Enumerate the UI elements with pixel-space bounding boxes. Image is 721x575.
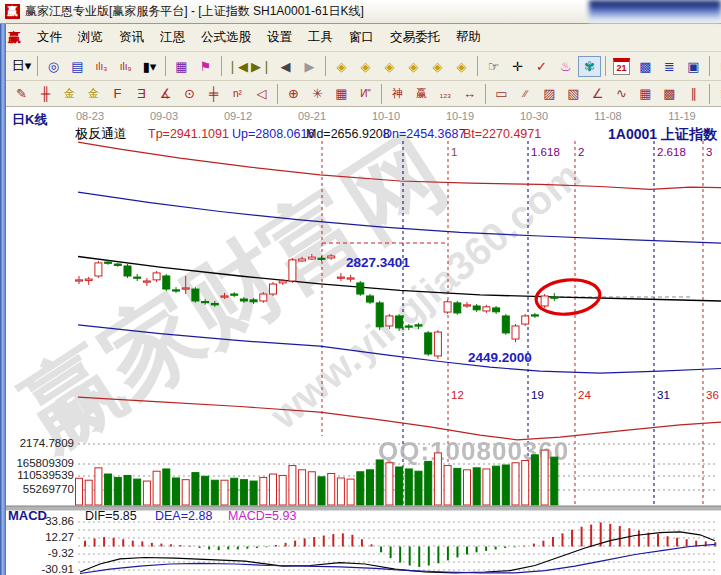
toolbar-separator	[605, 56, 606, 76]
diamond-shrink-x-icon[interactable]: ◈	[330, 56, 353, 77]
svg-text:55269770: 55269770	[23, 483, 74, 495]
menu-browse[interactable]: 浏览	[70, 26, 111, 49]
candle-type-dropdown[interactable]: ▮▾	[138, 56, 161, 77]
background-window	[589, 0, 721, 23]
qq-watermark: QQ:100800360	[378, 436, 569, 466]
last-page-button[interactable]: ▶❘	[250, 56, 273, 77]
menu-tools[interactable]: 工具	[300, 26, 341, 49]
next-bar-button[interactable]: ▶	[298, 56, 321, 77]
menu-news[interactable]: 资讯	[111, 26, 152, 49]
ying-tool-icon[interactable]: 赢	[410, 83, 433, 104]
grid-small-icon[interactable]: ▦	[634, 83, 657, 104]
svg-text:3: 3	[706, 146, 712, 158]
svg-text:36: 36	[706, 389, 719, 401]
picker-tool[interactable]: ✓	[530, 56, 553, 77]
svg-text:2: 2	[578, 146, 584, 158]
gold-ruler-2-icon[interactable]: 金	[82, 83, 105, 104]
overlay-chart-icon[interactable]: ◎	[42, 56, 65, 77]
save-icon[interactable]: ▣	[682, 56, 705, 77]
app-logo-small-icon: 赢	[8, 29, 21, 47]
chart-svg[interactable]: 赢家财富网www.yingjia360.com2174.780916580930…	[0, 107, 721, 575]
svg-text:极反通道: 极反通道	[75, 126, 127, 141]
brush-icon[interactable]: ✎	[10, 83, 33, 104]
first-page-button[interactable]: ❘◀	[226, 56, 249, 77]
chart-area[interactable]: 赢家财富网www.yingjia360.com2174.780916580930…	[0, 107, 721, 575]
svg-text:165809309: 165809309	[16, 457, 74, 469]
kline-period-dropdown[interactable]: 日▾	[10, 56, 33, 77]
ruler-123-icon[interactable]: ₁₂₃	[434, 83, 457, 104]
svg-text:33.86: 33.86	[45, 515, 74, 527]
shen-tool-icon[interactable]: 神	[386, 83, 409, 104]
svg-text:QQ:100800360: QQ:100800360	[378, 436, 569, 466]
tick-ruler-icon[interactable]: ╪	[202, 83, 225, 104]
grid-arrow-icon[interactable]: ▩	[658, 83, 681, 104]
svg-text:Bt=2270.4971: Bt=2270.4971	[463, 127, 541, 141]
prev-bar-button[interactable]: ◀	[274, 56, 297, 77]
hand-tool[interactable]: ☞	[482, 56, 505, 77]
export-chart-icon[interactable]: ⊞	[714, 56, 721, 77]
svg-text:2.618: 2.618	[657, 146, 686, 158]
pennant-icon[interactable]: ◁	[250, 83, 273, 104]
menu-window[interactable]: 窗口	[341, 26, 382, 49]
angle-rays-icon[interactable]: ∠	[586, 83, 609, 104]
volume-9-icon[interactable]: ılı₉	[114, 56, 137, 77]
menu-file[interactable]: 文件	[29, 26, 70, 49]
toolbar-separator	[221, 56, 222, 76]
three-section-icon[interactable]: Ǝ	[130, 83, 153, 104]
n-quote-icon[interactable]: И"	[354, 83, 377, 104]
ruler-ticks-icon[interactable]: ╫	[34, 83, 57, 104]
menu-trade[interactable]: 交易委托	[382, 26, 448, 49]
menu-formula-pick[interactable]: 公式选股	[193, 26, 259, 49]
svg-text:09-21: 09-21	[298, 110, 326, 122]
note-icon[interactable]: ▤	[66, 56, 89, 77]
svg-text:19: 19	[531, 389, 544, 401]
box-frame-icon[interactable]: ▭	[490, 83, 513, 104]
volume-3-icon[interactable]: ılı₃	[90, 56, 113, 77]
svg-text:Dn=2454.3687: Dn=2454.3687	[383, 127, 465, 141]
calendar-icon[interactable]: 21	[613, 58, 630, 75]
svg-text:DEA=2.88: DEA=2.88	[155, 509, 212, 523]
svg-text:11-19: 11-19	[668, 110, 695, 122]
pattern-analysis-icon[interactable]: ✾	[578, 56, 601, 77]
menu-gann[interactable]: 江恩	[152, 26, 193, 49]
report-icon[interactable]: ≣	[658, 56, 681, 77]
crosshair-tool[interactable]: ✛	[506, 56, 529, 77]
menu-settings[interactable]: 设置	[259, 26, 300, 49]
column-ruler-icon[interactable]: ≣	[714, 83, 721, 104]
diamond-expand-x-icon[interactable]: ◈	[354, 56, 377, 77]
marker-tool-icon[interactable]: ♨	[554, 56, 577, 77]
menubar: 赢 文件浏览资讯江恩公式选股设置工具窗口交易委托帮助	[0, 24, 721, 52]
starburst-icon[interactable]: ✳	[306, 83, 329, 104]
diamond-expand-y-icon[interactable]: ◈	[402, 56, 425, 77]
gann-wheel-icon[interactable]: ⊙	[178, 83, 201, 104]
angle-pencil-icon[interactable]: ∡	[154, 83, 177, 104]
toolbar-separator	[709, 56, 710, 76]
target-circle-icon[interactable]: ⊕	[282, 83, 305, 104]
svg-text:MACD: MACD	[8, 508, 47, 523]
diamond-expand-all-icon[interactable]: ◈	[426, 56, 449, 77]
window-title: 赢家江恩专业版[赢家服务平台] - [上证指数 SH1A0001-61日K线]	[25, 3, 364, 20]
diamond-reset-icon[interactable]: ◈	[450, 56, 473, 77]
flag-icon[interactable]: ⚑	[194, 56, 217, 77]
f-ruler-icon[interactable]: F	[106, 83, 129, 104]
gold-ruler-1-icon[interactable]: 金	[58, 83, 81, 104]
menu-help[interactable]: 帮助	[448, 26, 489, 49]
width-arrows-icon[interactable]: ↔	[458, 83, 481, 104]
zigzag-icon[interactable]: ∿	[610, 83, 633, 104]
toolbar-separator	[277, 84, 278, 104]
fan-box-icon[interactable]: ▨	[538, 83, 561, 104]
grid-web-icon[interactable]: ▦	[330, 83, 353, 104]
diamond-shrink-y-icon[interactable]: ◈	[378, 56, 401, 77]
toolbar-separator	[485, 84, 486, 104]
svg-text:09-12: 09-12	[224, 110, 252, 122]
svg-text:MACD=5.93: MACD=5.93	[228, 509, 296, 523]
svg-text:11-08: 11-08	[594, 110, 621, 122]
n-squared-icon[interactable]: n²	[226, 83, 249, 104]
shade-grid-icon[interactable]: ▧	[562, 83, 585, 104]
calculator-icon[interactable]: ▩	[634, 56, 657, 77]
formula-window-icon[interactable]: ▦	[170, 56, 193, 77]
parallel-rays-icon[interactable]: ∥	[682, 83, 705, 104]
svg-text:-30.91: -30.91	[41, 563, 74, 575]
svg-text:Md=2656.9208: Md=2656.9208	[306, 127, 390, 141]
fan-rays-icon[interactable]: ∕∕	[514, 83, 537, 104]
